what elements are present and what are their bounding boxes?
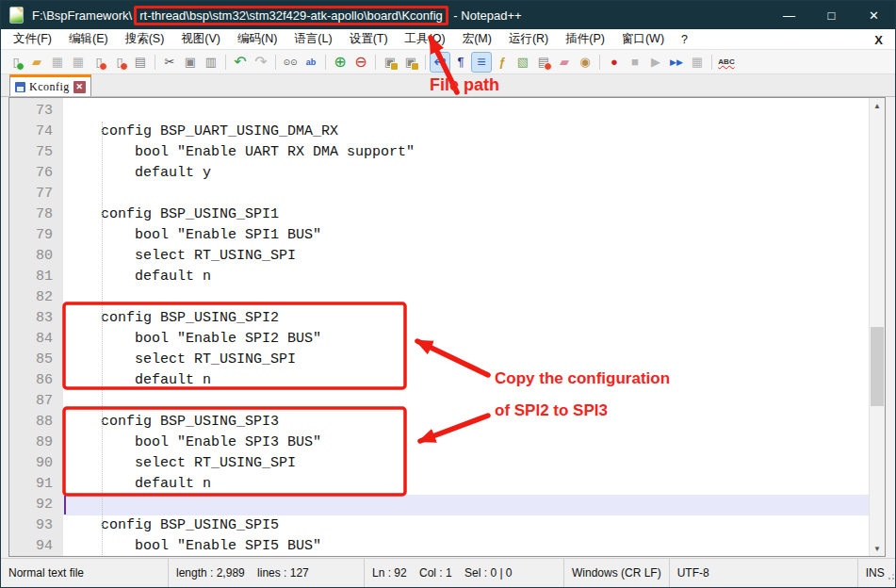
code-line: 79 bool "Enable SPI1 BUS": [9, 225, 869, 246]
document-list-icon[interactable]: ▤: [534, 53, 553, 72]
menu-language[interactable]: 语言(L): [285, 31, 340, 47]
code-line-text[interactable]: default n: [63, 474, 869, 495]
window-controls: — □ ✕: [768, 1, 895, 29]
zoom-out-icon[interactable]: ⊖: [351, 53, 370, 72]
menu-macro[interactable]: 宏(M): [454, 31, 500, 47]
cut-icon[interactable]: ✂: [160, 53, 179, 72]
code-line-text[interactable]: select RT_USING_SPI: [63, 453, 869, 474]
menu-run[interactable]: 运行(R): [500, 31, 557, 47]
close-file-icon[interactable]: ▯: [90, 53, 108, 72]
sync-horizontal-scroll-icon[interactable]: ▣: [401, 53, 420, 72]
resize-grip[interactable]: [888, 578, 890, 580]
code-line-text[interactable]: config BSP_USING_SPI3: [63, 412, 869, 433]
new-file-icon[interactable]: ▯: [7, 53, 25, 72]
scrollbar-thumb[interactable]: [871, 327, 884, 406]
code-line: 81 default n: [9, 267, 869, 287]
minimize-button[interactable]: —: [768, 1, 810, 29]
menu-window[interactable]: 窗口(W): [613, 31, 673, 47]
code-area: 73 74 config BSP_UART_USING_DMA_RX 75 bo…: [9, 98, 869, 556]
word-wrap-icon[interactable]: ↩: [431, 53, 449, 72]
code-line-text[interactable]: bool "Enable SPI3 BUS": [63, 433, 869, 453]
monitoring-icon[interactable]: ◉: [576, 53, 595, 72]
title-path-highlight-box: rt-thread\bsp\stm32\stm32f429-atk-apollo…: [134, 6, 448, 25]
scroll-down-arrow-icon[interactable]: ▼: [870, 541, 885, 556]
code-line-text[interactable]: default y: [63, 163, 869, 184]
close-button[interactable]: ✕: [853, 1, 895, 29]
line-number: 75: [9, 142, 63, 163]
code-line-text[interactable]: select RT_USING_SPI: [63, 246, 869, 267]
function-list-icon[interactable]: ƒ: [493, 53, 512, 72]
code-line: 77: [9, 184, 869, 204]
code-line-text[interactable]: select RT_USING_SPI: [63, 350, 869, 370]
status-encoding[interactable]: UTF-8: [670, 559, 858, 587]
code-line-text[interactable]: default n: [63, 370, 869, 391]
separator: [711, 55, 712, 70]
macro-stop-icon[interactable]: ■: [626, 53, 644, 72]
save-icon[interactable]: ▦: [48, 53, 67, 72]
indent-guide-icon[interactable]: ≡: [472, 53, 491, 72]
code-line-text[interactable]: [63, 287, 869, 308]
separator: [275, 55, 276, 70]
code-line-text[interactable]: config BSP_UART_USING_DMA_RX: [63, 122, 869, 142]
menu-encoding[interactable]: 编码(N): [229, 31, 285, 47]
status-insert-mode[interactable]: INS: [858, 559, 896, 587]
copy-icon[interactable]: ▣: [181, 53, 200, 72]
code-line-text[interactable]: config BSP_USING_SPI5: [63, 515, 869, 536]
maximize-button[interactable]: □: [810, 1, 853, 29]
vertical-scrollbar[interactable]: ▲ ▼: [869, 98, 885, 556]
menu-view[interactable]: 视图(V): [172, 31, 229, 47]
close-all-icon[interactable]: ▯: [110, 53, 129, 72]
print-icon[interactable]: ▤: [131, 53, 150, 72]
scroll-up-arrow-icon[interactable]: ▲: [870, 98, 885, 113]
code-line-text[interactable]: config BSP_USING_SPI2: [63, 308, 869, 329]
code-line-text[interactable]: config BSP_USING_SPI1: [63, 204, 869, 225]
redo-icon[interactable]: ↷: [252, 53, 270, 72]
menu-edit[interactable]: 编辑(E): [60, 31, 117, 47]
code-line: 91 default n: [9, 474, 869, 495]
tab-close-icon[interactable]: ✕: [73, 81, 86, 93]
status-eol-format[interactable]: Windows (CR LF): [564, 559, 670, 587]
code-line-text[interactable]: bool "Enable SPI1 BUS": [63, 225, 869, 246]
code-line-text[interactable]: [63, 184, 869, 204]
line-number: 80: [9, 246, 63, 267]
macro-run-multi-icon[interactable]: ▶▶: [667, 53, 686, 72]
undo-icon[interactable]: ↶: [231, 53, 250, 72]
menu-settings[interactable]: 设置(T): [341, 31, 397, 47]
paste-icon[interactable]: ▥: [202, 53, 220, 72]
tab-kconfig[interactable]: Kconfig ✕: [9, 74, 91, 96]
title-app-suffix: - Notepad++: [450, 8, 522, 23]
separator: [225, 55, 226, 70]
code-line: 89 bool "Enable SPI3 BUS": [9, 433, 869, 453]
line-number: 78: [9, 204, 63, 225]
open-file-icon[interactable]: ▰: [27, 53, 46, 72]
line-number: 83: [9, 308, 63, 329]
save-all-icon[interactable]: ▦: [69, 53, 88, 72]
code-line-text[interactable]: bool "Enable UART RX DMA support": [63, 142, 869, 163]
code-line-text[interactable]: bool "Enable SPI2 BUS": [63, 329, 869, 350]
find-icon[interactable]: ⊙⊙: [281, 53, 300, 72]
document-map-icon[interactable]: ▧: [513, 53, 532, 72]
code-line-text[interactable]: default n: [63, 267, 869, 287]
menu-search[interactable]: 搜索(S): [117, 31, 173, 47]
macro-save-icon[interactable]: ▦: [688, 53, 707, 72]
zoom-in-icon[interactable]: ⊕: [331, 53, 350, 72]
code-line-text[interactable]: [63, 101, 869, 122]
code-line-text[interactable]: bool "Enable SPI5 BUS": [63, 536, 869, 557]
close-document-x-button[interactable]: X: [862, 29, 895, 50]
macro-play-icon[interactable]: ▶: [646, 53, 665, 72]
menu-plugins[interactable]: 插件(P): [557, 31, 613, 47]
code-line-text[interactable]: [63, 391, 869, 412]
menu-help[interactable]: ?: [673, 33, 696, 46]
replace-icon[interactable]: ab: [301, 53, 320, 72]
sync-vertical-scroll-icon[interactable]: ▣: [381, 53, 399, 72]
show-symbols-icon[interactable]: ¶: [451, 53, 470, 72]
line-number: 94: [9, 536, 63, 557]
code-line-text[interactable]: [63, 495, 869, 515]
menu-tools[interactable]: 工具(O): [397, 31, 454, 47]
menu-file[interactable]: 文件(F): [5, 31, 60, 47]
window-title: F:\BspFramework\rt-thread\bsp\stm32\stm3…: [32, 6, 522, 25]
macro-record-icon[interactable]: ●: [605, 53, 624, 72]
folder-workspace-icon[interactable]: ▰: [555, 53, 574, 72]
title-path-prefix: F:\BspFramework\: [32, 8, 132, 23]
spell-check-icon[interactable]: ABC: [717, 53, 736, 72]
